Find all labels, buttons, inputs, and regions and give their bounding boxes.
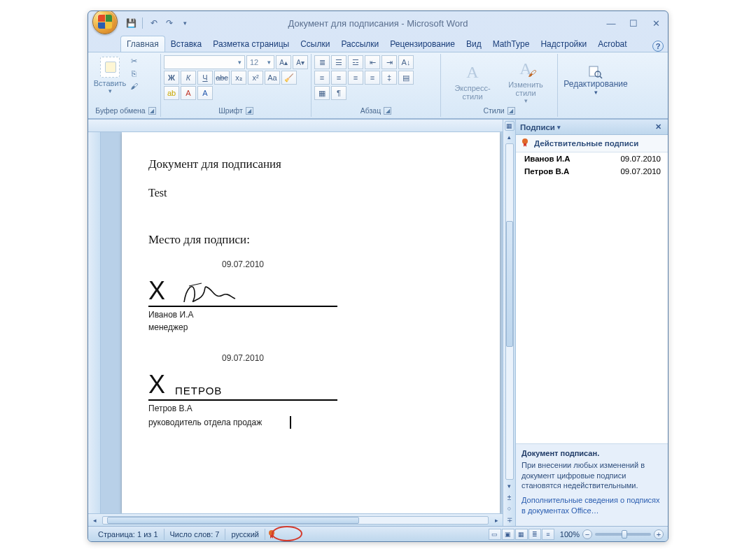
shading-button[interactable]: ▤ [398,71,414,85]
select-browse-icon[interactable]: ○ [505,504,514,513]
pane-menu-icon[interactable]: ▾ [555,124,563,131]
sort-button[interactable]: A↓ [398,55,414,69]
tab-references[interactable]: Ссылки [295,36,335,52]
tab-acrobat[interactable]: Acrobat [592,36,632,52]
ruler-toggle-icon[interactable]: ▦ [505,121,514,131]
font-dialog-launcher[interactable]: ◢ [246,107,253,115]
app-window: 💾 ↶ ↷ ▾ Документ для подписания - Micros… [88,10,668,542]
status-words[interactable]: Число слов: 7 [164,529,226,540]
align-right-button[interactable]: ≡ [348,71,363,85]
cut-icon[interactable]: ✂ [127,55,140,66]
superscript-button[interactable]: x² [248,71,263,85]
change-styles-button[interactable]: A🖌 Изменить стили ▾ [501,57,550,104]
quick-access-toolbar: 💾 ↶ ↷ ▾ [125,17,191,29]
pane-close-icon[interactable]: ✕ [653,122,664,131]
text-effects-button[interactable]: A [197,86,213,100]
grow-font-button[interactable]: A▴ [276,55,291,69]
font-size-combo[interactable]: 12▾ [246,55,274,69]
signature-status-icon[interactable] [265,529,278,540]
align-center-button[interactable]: ≡ [331,71,346,85]
text-highlight-button[interactable]: ab [164,86,179,100]
align-left-button[interactable]: ≡ [314,71,330,85]
clear-formatting-button[interactable]: 🧹 [281,71,297,85]
tab-mailings[interactable]: Рассылки [335,36,384,52]
signature-block-1[interactable]: 09.07.2010 X Иванов И.А менеджер [148,259,466,332]
font-color-button[interactable]: A [181,86,196,100]
signature-row[interactable]: Иванов И.А09.07.2010 [516,152,668,165]
close-button[interactable]: ✕ [648,17,664,29]
zoom-level[interactable]: 100% [560,530,580,539]
clipboard-dialog-launcher[interactable]: ◢ [148,107,156,115]
tab-view[interactable]: Вид [461,36,487,52]
prev-page-icon[interactable]: ± [505,492,514,502]
undo-icon[interactable]: ↶ [148,17,160,29]
status-page[interactable]: Страница: 1 из 1 [92,529,164,540]
font-name-combo[interactable]: ▾ [164,55,245,69]
multilevel-button[interactable]: ☲ [348,55,363,69]
strike-button[interactable]: abc [214,71,230,85]
scroll-down-icon[interactable]: ▾ [505,481,514,491]
view-draft-icon[interactable]: ≡ [542,529,554,540]
svg-point-3 [522,138,528,144]
zoom-in-button[interactable]: + [654,529,664,539]
horizontal-ruler[interactable] [88,120,503,132]
underline-button[interactable]: Ч [197,71,213,85]
scroll-left-icon[interactable]: ◂ [90,515,99,525]
show-marks-button[interactable]: ¶ [331,86,346,100]
scroll-up-icon[interactable]: ▴ [505,132,514,142]
decrease-indent-button[interactable]: ⇤ [365,55,380,69]
tab-page-layout[interactable]: Разметка страницы [207,36,295,52]
horizontal-scrollbar[interactable]: ◂ ▸ [88,513,503,526]
view-full-screen-icon[interactable]: ▣ [502,529,514,540]
increase-indent-button[interactable]: ⇥ [382,55,397,69]
qat-dropdown-icon[interactable]: ▾ [178,17,191,29]
tab-review[interactable]: Рецензирование [384,36,461,52]
signature-block-2[interactable]: 09.07.2010 X ПЕТРОВ Петров В.А руководит… [148,353,466,429]
document-page[interactable]: Документ для подписания Test Место для п… [122,132,500,513]
shrink-font-button[interactable]: A▾ [293,55,308,69]
signatures-help-link[interactable]: Дополнительные сведения о подписях в док… [522,495,662,516]
tab-mathtype[interactable]: MathType [487,36,536,52]
change-case-button[interactable]: Aa [265,71,280,85]
office-button[interactable] [92,10,118,34]
zoom-slider[interactable] [595,533,651,536]
quick-styles-button[interactable]: A Экспресс-стили [448,60,497,101]
tab-insert[interactable]: Вставка [165,36,208,52]
view-web-layout-icon[interactable]: ▦ [515,529,528,540]
italic-button[interactable]: К [181,71,196,85]
editing-button[interactable]: Редактирование ▾ [561,55,631,106]
vertical-scrollbar[interactable]: ▦ ▴ ▾ ± ○ ∓ [503,120,515,526]
borders-button[interactable]: ▦ [314,86,330,100]
status-language[interactable]: русский [225,529,265,540]
justify-button[interactable]: ≡ [365,71,380,85]
tab-home[interactable]: Главная [120,36,165,52]
bold-button[interactable]: Ж [164,71,179,85]
signature-row[interactable]: Петров В.А09.07.2010 [516,165,668,178]
paste-button[interactable]: Вставить ▾ [94,55,126,94]
subscript-button[interactable]: x₂ [231,71,246,85]
next-page-icon[interactable]: ∓ [505,515,514,525]
signature-x-icon: X [148,276,165,306]
format-painter-icon[interactable]: 🖌 [127,80,140,92]
copy-icon[interactable]: ⎘ [127,68,140,79]
bullets-button[interactable]: ≣ [314,55,330,69]
numbering-button[interactable]: ☰ [331,55,346,69]
help-icon[interactable]: ? [652,41,664,52]
signatures-pane: Подписи ▾ ✕ Действительные подписи Ивано… [515,120,668,526]
line-spacing-button[interactable]: ‡ [382,71,397,85]
view-print-layout-icon[interactable]: ▭ [489,529,501,540]
tab-addins[interactable]: Надстройки [535,36,592,52]
zoom-out-button[interactable]: − [582,529,592,539]
styles-dialog-launcher[interactable]: ◢ [507,107,515,115]
group-styles-label: Стили [483,106,504,115]
view-outline-icon[interactable]: ≣ [528,529,541,540]
scroll-right-icon[interactable]: ▸ [491,515,501,525]
paragraph-dialog-launcher[interactable]: ◢ [384,107,391,115]
vertical-ruler[interactable] [88,132,101,513]
minimize-button[interactable]: — [603,17,619,29]
redo-icon[interactable]: ↷ [163,17,176,29]
save-icon[interactable]: 💾 [125,17,137,29]
maximize-button[interactable]: ☐ [626,17,641,29]
paste-label: Вставить [94,79,127,87]
signature-place-label: Место для подписи: [148,233,466,247]
